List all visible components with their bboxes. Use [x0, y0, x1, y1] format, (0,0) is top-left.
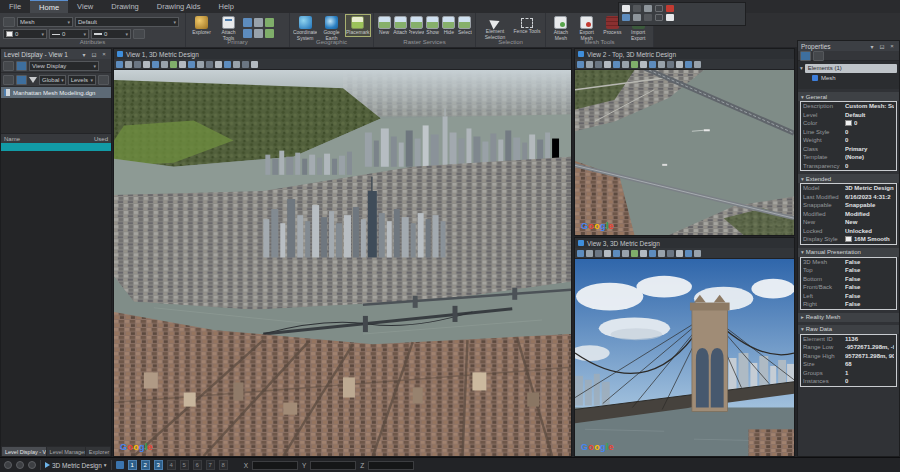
details-icon[interactable] — [265, 29, 274, 38]
models-icon[interactable] — [243, 18, 252, 27]
view-next-icon[interactable] — [676, 61, 683, 68]
property-row[interactable]: Instances0 — [801, 377, 896, 386]
zoom-in-icon[interactable] — [604, 250, 611, 257]
raster-show-button[interactable]: Show — [426, 15, 440, 36]
fly-icon[interactable] — [658, 61, 665, 68]
tab-help[interactable]: Help — [210, 0, 243, 13]
view-toggle-7[interactable]: 7 — [206, 460, 215, 470]
column-used[interactable]: Used — [94, 136, 108, 142]
zoom-in-icon[interactable] — [143, 61, 150, 68]
tab-drawing-aids[interactable]: Drawing Aids — [148, 0, 210, 13]
raster-select-button[interactable]: Select — [458, 15, 472, 36]
adjust-brightness-icon[interactable] — [595, 61, 602, 68]
property-row[interactable]: RightFalse — [801, 300, 896, 309]
property-row[interactable]: LockedUnlocked — [801, 227, 896, 236]
view-toggle-4[interactable]: 4 — [167, 460, 176, 470]
tab-drawing[interactable]: Drawing — [102, 0, 148, 13]
fence-tools-button[interactable]: Fence Tools — [513, 15, 541, 35]
active-element-icon[interactable] — [3, 17, 15, 27]
levels-filter-dropdown[interactable]: Levels ▾ — [68, 75, 96, 85]
property-row[interactable]: Last Modified6/16/2023 4:31:2 — [801, 193, 896, 202]
rotate-view-icon[interactable] — [631, 61, 638, 68]
property-row[interactable]: BottomFalse — [801, 275, 896, 284]
clip-volume-icon[interactable] — [233, 61, 240, 68]
locks-icon[interactable] — [16, 461, 24, 469]
view-attributes-icon[interactable] — [577, 61, 584, 68]
view1-titlebar[interactable]: View 1, 3D Metric Design — [114, 49, 571, 59]
view-toggle-1[interactable]: 1 — [128, 460, 137, 470]
property-row[interactable]: Color0 — [801, 119, 896, 128]
close-icon[interactable]: × — [100, 50, 108, 58]
property-row[interactable]: ClassPrimary — [801, 145, 896, 154]
page-icon[interactable] — [666, 14, 674, 21]
dark-icon[interactable] — [655, 14, 663, 21]
view-attributes-icon[interactable] — [577, 250, 584, 257]
section-header-general[interactable]: ▾ General — [798, 92, 899, 101]
view-previous-icon[interactable] — [206, 61, 213, 68]
swatch-icon[interactable] — [622, 5, 630, 12]
property-row[interactable]: Display Style16M Smooth — [801, 235, 896, 244]
view3-titlebar[interactable]: View 3, 3D Metric Design — [575, 238, 794, 248]
property-row[interactable]: Line Style0 — [801, 128, 896, 137]
view-toggle-8[interactable]: 8 — [219, 460, 228, 470]
property-row[interactable]: Element ID1136 — [801, 335, 896, 344]
point-clouds-icon[interactable] — [243, 29, 252, 38]
level-row-selected[interactable] — [1, 143, 111, 151]
property-row[interactable]: DescriptionCustom Mesh: Su — [801, 102, 896, 111]
view-setup-icon[interactable] — [251, 61, 258, 68]
explorer-button[interactable]: Explorer — [189, 15, 214, 36]
rotate-view-icon[interactable] — [631, 250, 638, 257]
properties-options-icon[interactable] — [813, 51, 824, 61]
clip-volume-icon[interactable] — [694, 250, 701, 257]
zoom-out-icon[interactable] — [613, 250, 620, 257]
filter-funnel-icon[interactable] — [29, 77, 37, 83]
view1-viewport[interactable]: Google — [114, 70, 571, 456]
slash-icon[interactable] — [655, 5, 663, 12]
view2-titlebar[interactable]: View 2 - Top, 3D Metric Design — [575, 49, 794, 59]
column-name[interactable]: Name — [4, 136, 20, 142]
walk-icon[interactable] — [649, 61, 656, 68]
view-previous-icon[interactable] — [667, 250, 674, 257]
property-row[interactable]: SnappableSnappable — [801, 201, 896, 210]
pan-view-icon[interactable] — [640, 250, 647, 257]
level-display-titlebar[interactable]: Level Display - View 1 ▾ ⊡ × — [1, 49, 111, 59]
delete-icon[interactable] — [666, 5, 674, 12]
active-tool-icon[interactable] — [28, 461, 36, 469]
swatch-icon[interactable] — [622, 14, 630, 21]
section-header-reality-mesh[interactable]: ▸ Reality Mesh — [798, 313, 899, 322]
z-coordinate-field[interactable] — [368, 461, 414, 470]
walk-icon[interactable] — [188, 61, 195, 68]
level-overrides-icon[interactable] — [3, 61, 14, 71]
display-style-icon[interactable] — [125, 61, 132, 68]
view-toggle-3[interactable]: 3 — [154, 460, 163, 470]
view-next-icon[interactable] — [676, 250, 683, 257]
dock-icon[interactable]: ⊡ — [90, 50, 98, 58]
fit-view-icon[interactable] — [622, 61, 629, 68]
zoom-in-icon[interactable] — [604, 61, 611, 68]
snap-mode-icon[interactable] — [4, 461, 12, 469]
y-coordinate-field[interactable] — [310, 461, 356, 470]
view-groups-icon[interactable] — [116, 461, 124, 469]
fit-view-icon[interactable] — [161, 61, 168, 68]
property-row[interactable]: LevelDefault — [801, 111, 896, 120]
references-icon[interactable] — [254, 18, 263, 27]
raster-new-button[interactable]: New — [377, 15, 391, 36]
view-toggle-6[interactable]: 6 — [193, 460, 202, 470]
raster-attach-button[interactable]: Attach — [393, 15, 407, 36]
view-attributes-icon[interactable] — [116, 61, 123, 68]
copy-view-icon[interactable] — [685, 61, 692, 68]
rotate-view-icon[interactable] — [170, 61, 177, 68]
element-selection-button[interactable]: Element Selection — [479, 15, 511, 40]
global-filter-dropdown[interactable]: Global ▾ — [39, 75, 66, 85]
property-row[interactable]: 3D MeshFalse — [801, 258, 896, 267]
tab-home[interactable]: Home — [30, 0, 68, 13]
section-header-manual-presentation[interactable]: ▾ Manual Presentation — [798, 248, 899, 257]
tab-file[interactable]: File — [0, 0, 30, 13]
view-previous-icon[interactable] — [667, 61, 674, 68]
fly-icon[interactable] — [658, 250, 665, 257]
level-list-area[interactable] — [1, 151, 111, 446]
active-model-dropdown[interactable]: 3D Metric Design ▾ — [45, 462, 107, 469]
walk-icon[interactable] — [649, 250, 656, 257]
raster-manager-icon[interactable] — [265, 18, 274, 27]
line-icon[interactable] — [633, 5, 641, 12]
